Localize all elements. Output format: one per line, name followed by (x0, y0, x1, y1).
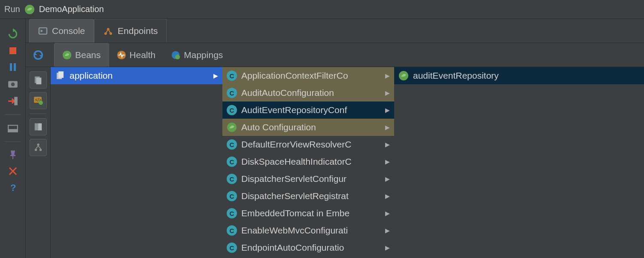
terminal-icon (38, 26, 48, 36)
list-item-label: ApplicationContextFilterCo (241, 71, 381, 81)
list-item[interactable]: CDiskSpaceHealthIndicatorC▶ (222, 153, 394, 170)
class-icon: C (227, 88, 237, 98)
exit-icon[interactable] (7, 95, 18, 107)
endpoint-subtabs: Beans Health Mappings (51, 43, 231, 67)
subtab-beans[interactable]: Beans (54, 43, 109, 67)
tab-endpoints[interactable]: Endpoints (94, 19, 167, 43)
tree-icon (33, 143, 43, 152)
chevron-right-icon: ▶ (385, 141, 390, 148)
graph-icon (103, 26, 113, 36)
chevron-right-icon: ▶ (385, 89, 390, 96)
pages-icon (55, 71, 65, 81)
class-icon: C (227, 243, 237, 253)
chevron-right-icon: ▶ (385, 107, 390, 114)
pause-icon[interactable] (8, 62, 18, 72)
show-live-beans-button[interactable] (30, 92, 47, 109)
list-item-label: DispatcherServletRegistrat (241, 191, 381, 201)
list-item[interactable]: CDispatcherServletRegistrat▶ (222, 187, 394, 205)
heartbeat-icon (117, 50, 126, 60)
chevron-right-icon: ▶ (385, 244, 390, 251)
subtab-health[interactable]: Health (109, 43, 164, 67)
toolbar-separator (5, 114, 21, 115)
tab-console[interactable]: Console (29, 19, 94, 43)
tab-console-label: Console (52, 26, 85, 36)
spring-icon (398, 71, 409, 81)
class-icon: C (227, 139, 237, 150)
diff-button[interactable] (30, 118, 47, 135)
list-item[interactable]: CAuditEventRepositoryConf▶ (222, 101, 394, 119)
list-item[interactable]: CEnableWebMvcConfigurati▶ (222, 222, 394, 239)
list-item-label: Auto Configuration (241, 122, 381, 132)
list-item-label: AuditEventRepositoryConf (241, 105, 381, 115)
subtab-mappings[interactable]: Mappings (163, 43, 231, 67)
list-item[interactable]: CEndpointAutoConfiguratio▶ (222, 239, 394, 256)
chevron-right-icon: ▶ (213, 72, 218, 79)
list-item-label: DefaultErrorViewResolverC (241, 139, 381, 150)
list-item-label: EmbeddedTomcat in Embe (241, 208, 381, 218)
list-item[interactable]: CDefaultErrorViewResolverC▶ (222, 136, 394, 153)
pin-icon[interactable] (8, 150, 18, 160)
chevron-right-icon: ▶ (385, 227, 390, 234)
list-item-label: DispatcherServletConfigur (241, 174, 381, 184)
docs-icon (33, 75, 43, 85)
class-icon: C (227, 157, 237, 167)
class-icon: C (227, 71, 237, 81)
toolbar-separator (5, 141, 21, 142)
spring-icon (24, 4, 35, 15)
subtab-health-label: Health (130, 50, 156, 60)
spring-icon (227, 122, 237, 132)
list-item[interactable]: Auto Configuration▶ (222, 119, 394, 136)
stop-icon[interactable] (8, 46, 18, 56)
refresh-icon (32, 49, 44, 61)
list-item[interactable]: CEmbeddedTomcat in Embe▶ (222, 205, 394, 222)
list-item[interactable]: application▶ (51, 67, 222, 84)
class-icon: C (227, 174, 237, 184)
tool-tabs: Console Endpoints (26, 19, 644, 43)
run-label: Run (4, 4, 20, 14)
diagram-mode-button[interactable] (30, 139, 47, 156)
list-item[interactable]: CApplicationContextFilterCo▶ (222, 67, 394, 84)
dump-threads-icon[interactable] (7, 78, 18, 89)
code-leaf-icon (33, 95, 43, 106)
bean-list: auditEventRepository (394, 67, 644, 258)
class-icon: C (227, 105, 237, 115)
tab-endpoints-label: Endpoints (118, 26, 158, 36)
class-icon: C (227, 191, 237, 201)
chevron-right-icon: ▶ (385, 158, 390, 165)
list-item-label: DiskSpaceHealthIndicatorC (241, 157, 381, 167)
chevron-right-icon: ▶ (385, 72, 390, 79)
list-item-label: auditEventRepository (413, 71, 640, 81)
help-icon[interactable] (8, 182, 18, 193)
subtab-mappings-label: Mappings (184, 50, 223, 60)
list-item-label: EnableWebMvcConfigurati (241, 225, 381, 236)
chevron-right-icon: ▶ (385, 193, 390, 200)
view-toolbar (26, 67, 51, 258)
globe-icon (171, 50, 180, 60)
class-icon: C (227, 208, 237, 218)
show-library-beans-button[interactable] (30, 71, 47, 89)
chevron-right-icon: ▶ (385, 175, 390, 182)
refresh-button[interactable] (30, 46, 47, 64)
list-item-label: application (70, 71, 209, 81)
chevron-right-icon: ▶ (385, 124, 390, 131)
list-item-label: EndpointAutoConfiguratio (241, 243, 381, 253)
config-list: CApplicationContextFilterCo▶CAuditAutoCo… (222, 67, 394, 258)
mini-toolbar (26, 43, 51, 67)
leaf-icon (62, 50, 72, 60)
list-item[interactable]: CAuditAutoConfiguration▶ (222, 84, 394, 101)
list-item[interactable]: CDispatcherServletConfigur▶ (222, 170, 394, 187)
diff-icon (33, 122, 43, 132)
run-toolbar (0, 19, 26, 258)
subtab-beans-label: Beans (75, 50, 101, 60)
toolbar-separator (30, 114, 46, 114)
layout-icon[interactable] (7, 123, 18, 134)
breadcrumb: Run DemoApplication (0, 0, 644, 19)
class-icon: C (227, 225, 237, 236)
context-list: application▶ (51, 67, 222, 258)
list-item-label: AuditAutoConfiguration (241, 88, 381, 98)
app-name: DemoApplication (39, 4, 104, 14)
close-icon[interactable] (8, 166, 18, 176)
rerun-icon[interactable] (7, 28, 18, 40)
chevron-right-icon: ▶ (385, 210, 390, 217)
list-item[interactable]: auditEventRepository (394, 67, 644, 84)
